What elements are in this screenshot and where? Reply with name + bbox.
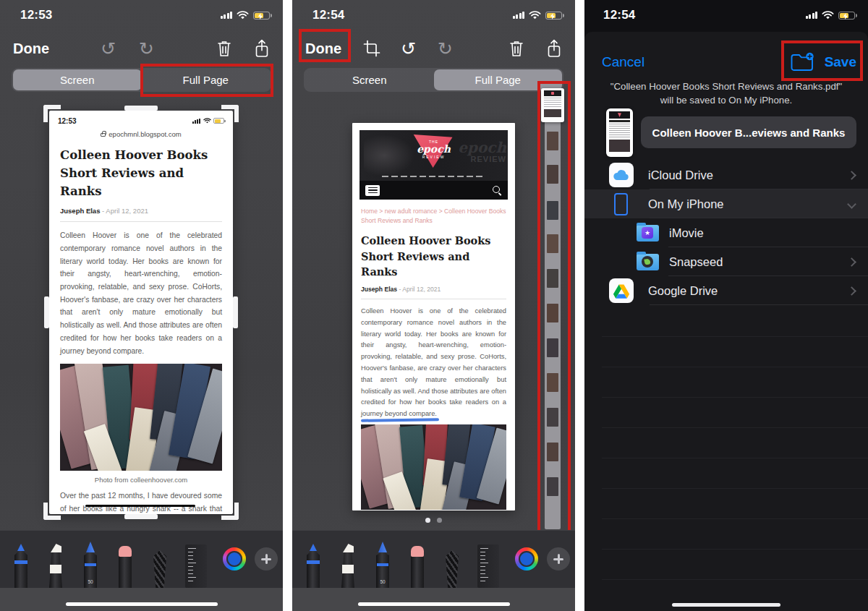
tab-screen[interactable]: Screen [305,69,434,90]
color-picker-wheel[interactable] [223,547,246,571]
filename-text: Colleen Hoover B...eviews and Ranks [652,127,846,139]
trash-icon[interactable] [509,40,524,57]
save-location-list: iCloud Drive On My iPhone ★ iMovie [584,161,868,305]
redo-icon[interactable]: ↻ [139,40,154,57]
drawing-tools-bar: 50 [292,530,575,588]
status-time: 12:54 [603,8,635,22]
add-annotation-button[interactable] [255,547,278,571]
crop-handle-right[interactable] [233,296,238,328]
crop-icon[interactable] [363,40,380,57]
pencil-tool[interactable]: 50 [81,542,100,588]
article-title: Colleen Hoover Books Short Reviews and R… [361,233,506,280]
empty-row [602,337,868,367]
thumb-navbar [609,120,630,122]
screen-fullpage-tabs: Screen Full Page [304,68,563,92]
panel-markup-fullpage-tab: 12:54 Done ↺ ↻ Screen Full Page [292,0,575,611]
book-collage-image [361,424,506,510]
empty-row [602,550,868,580]
location-label: On My iPhone [648,197,724,211]
cancel-button[interactable]: Cancel [602,54,644,70]
eraser-tool[interactable] [116,542,135,588]
color-picker-wheel[interactable] [515,547,538,571]
chevron-down-icon [847,200,856,209]
crop-handle-top-right[interactable] [221,105,239,122]
snapseed-app-badge [642,256,653,268]
home-indicator[interactable] [672,603,780,607]
thumb-banner [609,111,630,119]
empty-file-list-area [584,307,868,580]
wifi-icon [529,11,541,20]
page-dot-active[interactable] [425,518,430,523]
pdf-file-thumbnail [606,108,633,157]
location-row-on-my-iphone[interactable]: On My iPhone [584,189,868,218]
location-label: Snapseed [669,255,723,269]
share-icon[interactable] [546,39,562,59]
crop-handle-bottom[interactable] [124,514,158,519]
wifi-icon [822,11,834,20]
photo-caption: Photo from colleenhoover.com [60,476,222,484]
annotation-red-box-full-page [140,64,273,97]
article-author: Juseph Elas [361,286,397,293]
divider [361,299,506,299]
share-icon[interactable] [254,39,270,59]
undo-icon[interactable]: ↺ [101,40,116,57]
preview-cellular-icon [192,119,200,124]
lasso-tool[interactable] [443,542,461,588]
article-author: Juseph Elas [60,207,100,215]
empty-row [602,307,868,337]
trash-icon[interactable] [216,40,232,57]
filename-field[interactable]: Colleen Hoover B...eviews and Ranks [641,116,856,148]
empty-row [602,489,868,519]
pencil-tool[interactable]: 50 [373,542,392,588]
article-body: Colleen Hoover Books Short Reviews and R… [49,140,233,514]
add-annotation-button[interactable] [547,547,570,571]
pen-tool[interactable] [12,542,30,588]
undo-icon[interactable]: ↺ [401,40,416,57]
search-icon[interactable] [492,185,502,195]
status-icons [513,11,563,20]
location-row-snapseed[interactable]: Snapseed [584,247,868,276]
crop-handle-bottom-right[interactable] [221,503,239,520]
crop-handle-left[interactable] [44,296,49,328]
location-label: iCloud Drive [648,168,713,182]
tab-screen[interactable]: Screen [13,69,142,90]
ruler-tool[interactable] [477,542,499,588]
location-row-icloud-drive[interactable]: iCloud Drive [584,161,868,189]
home-indicator[interactable] [358,602,510,606]
status-icons [221,11,271,20]
empty-row [602,398,868,428]
status-time: 12:53 [20,8,52,22]
battery-charging-icon [545,12,562,20]
preview-wifi-icon [203,118,211,124]
ruler-tool[interactable] [185,542,207,588]
crop-handle-top-left[interactable] [43,105,61,122]
eraser-tool[interactable] [408,542,427,588]
fullpage-preview[interactable]: THE epoch REVIEW epoch REVIEW Home > new… [352,123,515,510]
lasso-tool[interactable] [150,542,169,588]
highlighter-tool[interactable] [339,542,357,588]
page-dot-inactive[interactable] [437,518,442,523]
thumb-text-lines [609,124,630,138]
empty-row [602,428,868,458]
screenshot-preview-content: 12:53 epochmnl.blogspot.com Colleen Hoov… [49,111,233,514]
crop-handle-top[interactable] [124,106,158,111]
chevron-right-icon [847,257,856,267]
home-area [0,588,283,611]
location-row-imovie[interactable]: ★ iMovie [584,218,868,247]
black-pen-underline-annotation [85,505,195,507]
site-logo: THE epoch REVIEW [414,140,454,159]
screenshot-preview[interactable]: 12:53 epochmnl.blogspot.com Colleen Hoov… [49,111,233,514]
crop-handle-bottom-left[interactable] [43,503,61,520]
pen-tool[interactable] [304,542,323,588]
home-indicator[interactable] [66,602,218,606]
done-button[interactable]: Done [13,40,49,57]
status-icons [806,11,856,20]
redo-icon[interactable]: ↻ [438,40,453,57]
empty-row [602,367,868,398]
site-banner: THE epoch REVIEW epoch REVIEW [359,130,508,181]
menu-icon[interactable] [365,185,380,196]
location-row-google-drive[interactable]: Google Drive [584,276,868,305]
lock-icon [101,133,106,137]
highlighter-tool[interactable] [46,542,65,588]
chevron-right-icon [847,286,856,296]
